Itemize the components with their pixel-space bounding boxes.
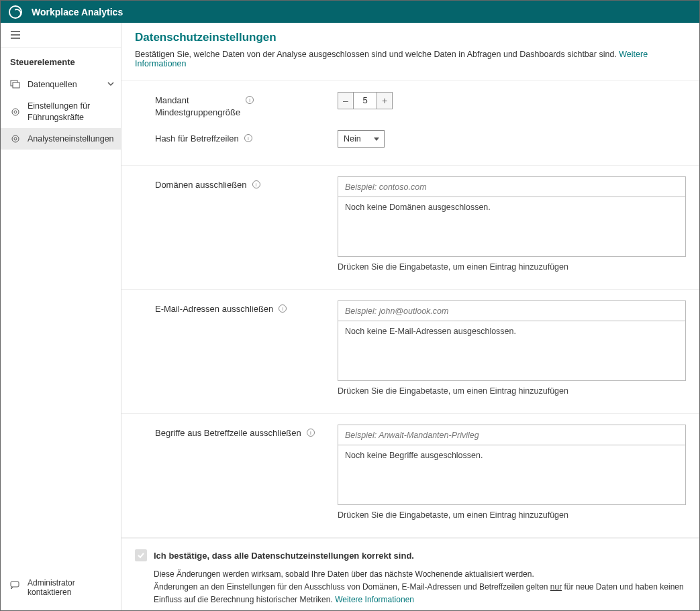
svg-point-3 xyxy=(14,111,17,113)
terms-label: Begriffe aus Betreffzeile ausschließen xyxy=(155,427,301,439)
select-value: Nein xyxy=(344,134,361,144)
main-content: Datenschutzeinstellungen Bestätigen Sie,… xyxy=(121,23,699,610)
min-group-label: Mindestgruppengröße xyxy=(155,107,240,119)
sidebar-item-label: Analysteneinstellungen xyxy=(28,133,114,144)
datasource-icon xyxy=(10,79,21,90)
hash-select[interactable]: Nein xyxy=(338,130,385,148)
chat-icon xyxy=(10,579,21,590)
sidebar-item-analysten[interactable]: Analysteneinstellungen xyxy=(1,128,121,150)
info-icon[interactable]: i xyxy=(279,304,287,313)
emails-empty-text: Noch keine E-Mail-Adressen ausgeschlosse… xyxy=(338,321,685,380)
terms-help: Drücken Sie die Eingabetaste, um einen E… xyxy=(338,510,686,520)
info-icon[interactable]: i xyxy=(244,134,252,142)
stepper-decrement-button[interactable]: – xyxy=(338,93,353,109)
stepper-value: 5 xyxy=(353,93,377,109)
min-group-stepper: – 5 + xyxy=(338,92,393,109)
more-info-link[interactable]: Weitere Informationen xyxy=(335,595,414,604)
svg-rect-1 xyxy=(13,82,19,88)
app-title: Workplace Analytics xyxy=(32,7,123,17)
sidebar-item-datenquellen[interactable]: Datenquellen xyxy=(1,74,121,95)
sidebar-item-label: Einstellungen für Führungskräfte xyxy=(28,101,114,123)
gear-icon xyxy=(10,107,21,117)
hash-label: Hash für Betreffzeilen xyxy=(155,133,239,145)
domains-box: Noch keine Domänen ausgeschlossen. xyxy=(338,176,686,257)
sidebar: Steuerelemente Datenquellen Einstellunge… xyxy=(1,23,121,610)
svg-rect-6 xyxy=(11,581,19,587)
terms-box: Noch keine Begriffe ausgeschlossen. xyxy=(338,425,686,505)
min-group-label: Mandant xyxy=(155,95,240,107)
domains-label: Domänen ausschließen xyxy=(155,179,247,191)
confirm-label: Ich bestätige, dass alle Datenschutzeins… xyxy=(154,551,414,561)
footer-label: kontaktieren xyxy=(28,588,75,597)
domains-help: Drücken Sie die Eingabetaste, um einen E… xyxy=(338,262,686,272)
info-icon[interactable]: i xyxy=(246,96,254,104)
info-icon[interactable]: i xyxy=(307,429,315,437)
emails-help: Drücken Sie die Eingabetaste, um einen E… xyxy=(338,386,686,396)
info-icon[interactable]: i xyxy=(252,180,260,188)
confirm-note1: Diese Änderungen werden wirksam, sobald … xyxy=(135,568,686,581)
confirm-note2: Änderungen an den Einstellungen für den … xyxy=(135,581,686,606)
page-subtitle: Bestätigen Sie, welche Daten von der Ana… xyxy=(135,50,686,78)
emails-box: Noch keine E-Mail-Adressen ausgeschlosse… xyxy=(338,300,686,381)
sidebar-item-einstellungen[interactable]: Einstellungen für Führungskräfte xyxy=(1,95,121,128)
contact-admin-link[interactable]: Administrator kontaktieren xyxy=(1,571,121,610)
gear-icon xyxy=(10,133,21,144)
terms-empty-text: Noch keine Begriffe ausgeschlossen. xyxy=(338,445,685,504)
app-logo-icon xyxy=(9,5,22,19)
svg-point-2 xyxy=(12,109,19,115)
svg-point-5 xyxy=(14,137,17,140)
stepper-increment-button[interactable]: + xyxy=(377,93,392,109)
page-title: Datenschutzeinstellungen xyxy=(135,31,686,44)
emails-input[interactable] xyxy=(338,301,685,321)
domains-input[interactable] xyxy=(338,177,685,197)
chevron-down-icon xyxy=(107,80,114,89)
confirm-checkbox[interactable] xyxy=(135,549,147,561)
svg-point-4 xyxy=(12,135,19,142)
emails-label: E-Mail-Adressen ausschließen xyxy=(155,303,273,315)
hamburger-button[interactable] xyxy=(1,23,121,48)
terms-input[interactable] xyxy=(338,425,685,445)
footer-label: Administrator xyxy=(28,578,75,588)
sidebar-item-label: Datenquellen xyxy=(28,79,101,90)
app-header: Workplace Analytics xyxy=(1,1,699,23)
domains-empty-text: Noch keine Domänen ausgeschlossen. xyxy=(338,197,685,256)
sidebar-section-title: Steuerelemente xyxy=(1,48,121,74)
